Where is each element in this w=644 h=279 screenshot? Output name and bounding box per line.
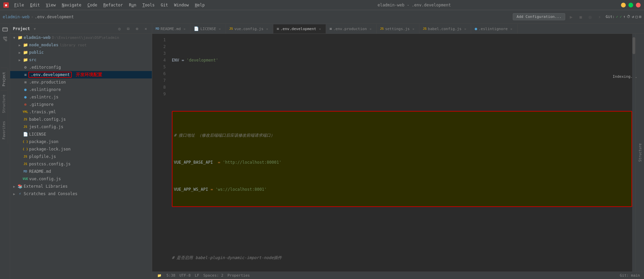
tab-readme[interactable]: MD README.md ✕ [152, 24, 190, 33]
menu-git[interactable]: Git [158, 2, 171, 8]
git-label: Git: [606, 15, 615, 19]
structure-tab[interactable]: Structure [638, 143, 642, 162]
debug-button[interactable]: ◼ [577, 13, 585, 21]
tree-item-eslintrc[interactable]: ● .eslintrc.js [10, 93, 152, 101]
git-minimize-icon[interactable]: □ [636, 15, 638, 19]
status-spaces[interactable]: Spaces: 2 [202, 273, 225, 278]
tree-item-extlibs[interactable]: ▶ 📚 External Libraries [10, 183, 152, 190]
tab-envprod-close[interactable]: ✕ [368, 26, 373, 31]
tree-item-vueconfig[interactable]: VUE vue.config.js [10, 175, 152, 183]
panel-header: Project ▼ ◎ ⊟ ⚙ ✕ [10, 24, 152, 34]
project-tab-label[interactable]: Project [1, 68, 7, 90]
tree-item-eslintignore[interactable]: ● .eslintignore [10, 86, 152, 93]
coverage-button[interactable]: ◎ [586, 13, 594, 21]
main-area: Project ▼ ◎ ⊟ ⚙ ✕ ▼ 📁 eladmin-web D:\Env… [0, 24, 644, 279]
bottom-sidebar-icon[interactable]: 📁 [155, 271, 164, 279]
tab-license[interactable]: 📄 LICENSE ✕ [190, 24, 226, 33]
tree-item-packagelock[interactable]: { } package-lock.json [10, 145, 152, 153]
tab-envdev-close[interactable]: ✕ [318, 26, 322, 31]
status-filetype[interactable]: Properties [226, 273, 251, 278]
tree-item-jest[interactable]: JS jest.config.js [10, 123, 152, 131]
code-line-5: VUE_APP_WS_API = 'ws://localhost:8001' [174, 186, 630, 193]
tree-item-scratches[interactable]: ▶ ⚡ Scratches and Consoles [10, 190, 152, 197]
project-panel: Project ▼ ◎ ⊟ ⚙ ✕ ▼ 📁 eladmin-web D:\Env… [10, 24, 152, 279]
tab-readme-close[interactable]: ✕ [182, 26, 187, 31]
tree-item-public[interactable]: ▶ 📁 public [10, 49, 152, 56]
git-check1: ✓ [616, 15, 618, 19]
breadcrumb-root[interactable]: eladmin-web [3, 15, 29, 19]
tree-item-env-dev[interactable]: ≡ .env.development 开发环境配置 [10, 71, 152, 78]
menu-file[interactable]: File [12, 2, 27, 8]
editor-scrollbar[interactable] [632, 34, 636, 272]
breadcrumb: eladmin-web › .env.development [3, 15, 74, 19]
tab-settings-close[interactable]: ✕ [411, 26, 416, 31]
maximize-button[interactable]: □ [628, 3, 633, 7]
tab-eslintignore[interactable]: ● .eslintignore ✕ [471, 24, 517, 33]
tree-node_modules-icon: 📁 [22, 43, 28, 47]
sidebar-project-icon[interactable] [1, 25, 9, 34]
tree-item-travis[interactable]: YML .travis.yml [10, 108, 152, 116]
menu-view[interactable]: View [43, 2, 59, 8]
tree-item-babel[interactable]: JS babel.config.js [10, 116, 152, 123]
tab-babel[interactable]: JS babel.config.js ✕ [419, 24, 471, 33]
tree-item-src[interactable]: ▶ 📁 src [10, 56, 152, 64]
tab-babel-close[interactable]: ✕ [463, 26, 467, 31]
menu-edit[interactable]: Edit [27, 2, 43, 8]
tree-item-editorconfig[interactable]: ⚙ .editorconfig [10, 64, 152, 71]
scrollbar-thumb[interactable] [632, 37, 635, 54]
profile-button[interactable]: ⚡ [596, 13, 604, 21]
run-button[interactable]: ▶ [567, 13, 575, 21]
add-config-button[interactable]: Add Configuration... [513, 13, 565, 20]
panel-collapse-icon[interactable]: ⊟ [125, 25, 132, 32]
tab-vueconfig-close[interactable]: ✕ [265, 26, 270, 31]
structure-tab-label[interactable]: Structure [1, 90, 7, 117]
menu-help[interactable]: Help [192, 2, 207, 8]
git-frame-icon[interactable]: ⊡ [639, 15, 641, 19]
title-bar-left: ■ File Edit View Navigate Code Refactor … [3, 2, 207, 8]
tab-settings[interactable]: JS settings.js ✕ [377, 24, 420, 33]
tree-item-package[interactable]: { } package.json [10, 138, 152, 145]
tree-item-gitignore[interactable]: ⊗ .gitignore [10, 101, 152, 108]
git-undo-icon[interactable]: ↺ [632, 15, 634, 19]
editor-container: MD README.md ✕ 📄 LICENSE ✕ JS vue.config… [152, 24, 644, 279]
tree-item-license[interactable]: 📄 LICENSE [10, 131, 152, 138]
menu-run[interactable]: Run [126, 2, 139, 8]
tree-babel-icon: JS [22, 118, 28, 121]
code-editor[interactable]: 1 2 3 4 5 6 7 8 9 ENV = 'development' # [152, 34, 644, 272]
breadcrumb-file[interactable]: .env.development [35, 15, 74, 19]
status-linesep[interactable]: LF [193, 273, 201, 278]
menu-window[interactable]: Window [171, 2, 191, 8]
tree-item-readme[interactable]: MD README.md [10, 168, 152, 175]
tree-package-label: package.json [28, 139, 59, 144]
sidebar-vcs-icon[interactable] [1, 34, 9, 43]
tree-item-plopfile[interactable]: JS plopfile.js [10, 153, 152, 160]
code-content[interactable]: ENV = 'development' # 接口地址 （修改后端端口后应该修改前… [169, 34, 632, 272]
menu-tools[interactable]: Tools [140, 2, 157, 8]
close-button[interactable]: ✕ [636, 3, 641, 7]
minimize-button[interactable]: — [621, 3, 626, 7]
panel-locate-icon[interactable]: ◎ [116, 25, 123, 32]
tree-root[interactable]: ▼ 📁 eladmin-web D:\Enviroment\java\OSP\e… [10, 34, 152, 41]
favorites-tab-label[interactable]: Favorites [1, 117, 7, 143]
tree-readme-label: README.md [28, 169, 51, 174]
tree-jest-label: jest.config.js [28, 124, 63, 129]
tree-item-node_modules[interactable]: ▶ 📁 node_modules library root [10, 41, 152, 49]
status-line-col[interactable]: 5:38 [165, 273, 177, 278]
tree-item-postcss[interactable]: JS postcss.config.js [10, 160, 152, 168]
tree-envdev-label: .env.development [30, 72, 70, 77]
tree-public-icon: 📁 [22, 50, 28, 55]
tab-eslintignore-close[interactable]: ✕ [509, 26, 514, 31]
menu-code[interactable]: Code [85, 2, 100, 8]
tab-license-close[interactable]: ✕ [217, 26, 222, 31]
git-up-icon[interactable]: ↑ [623, 15, 626, 19]
tab-envprod[interactable]: ≡ .env.production ✕ [326, 24, 377, 33]
panel-settings-icon[interactable]: ⚙ [134, 25, 140, 32]
menu-refactor[interactable]: Refactor [101, 2, 126, 8]
panel-close-icon[interactable]: ✕ [142, 25, 149, 32]
tree-item-env-prod[interactable]: ≡ .env.production [10, 78, 152, 86]
menu-navigate[interactable]: Navigate [59, 2, 84, 8]
tab-envdev[interactable]: ≡ .env.development ✕ [273, 24, 326, 34]
status-encoding[interactable]: UTF-8 [178, 273, 192, 278]
git-history-icon[interactable]: ⏱ [627, 15, 630, 19]
tab-vueconfig[interactable]: JS vue.config.js ✕ [226, 24, 273, 33]
